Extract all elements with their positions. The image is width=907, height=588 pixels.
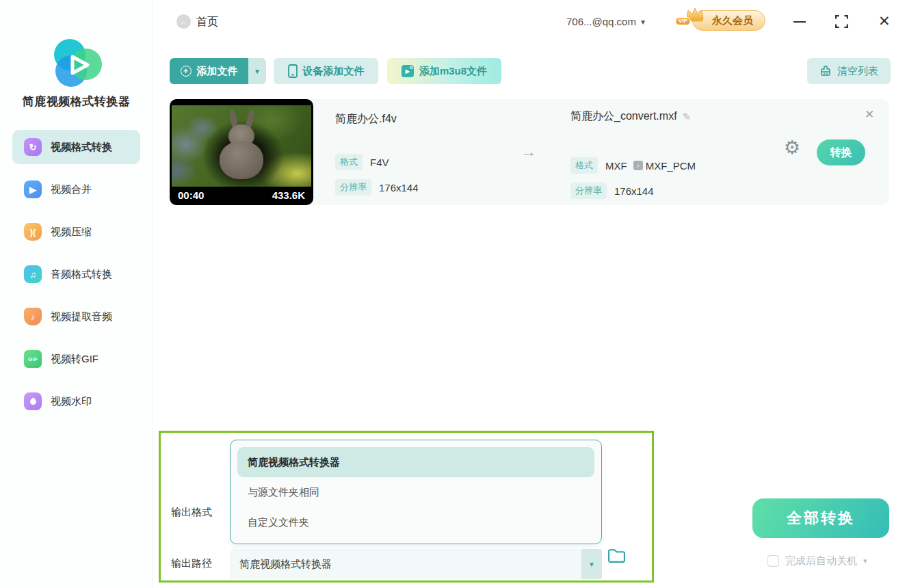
- target-format-value: MXF: [605, 160, 627, 172]
- folder-icon: [607, 547, 626, 564]
- video-merge-icon: ▶: [24, 181, 42, 198]
- convert-all-button[interactable]: 全部转换: [752, 498, 889, 538]
- sidebar-item-label: 音频格式转换: [51, 268, 112, 281]
- format-badge: 格式: [570, 157, 598, 174]
- video-thumbnail[interactable]: 00:40 433.6K: [170, 99, 313, 205]
- auto-shutdown-label: 完成后自动关机: [785, 554, 857, 567]
- edit-icon[interactable]: ✎: [683, 111, 692, 123]
- account-menu[interactable]: 706...@qq.com ▾: [566, 16, 645, 27]
- sidebar-item-label: 视频格式转换: [51, 141, 112, 154]
- output-path-select[interactable]: 简鹿视频格式转换器 ▼: [230, 549, 602, 579]
- source-format-line: 格式 F4V: [335, 154, 389, 170]
- add-file-button[interactable]: + 添加文件: [170, 58, 248, 84]
- crown-icon: VIP: [683, 5, 707, 29]
- dropdown-option-custom-folder[interactable]: 自定义文件夹: [231, 507, 601, 537]
- vip-label: 永久会员: [712, 14, 753, 27]
- minimize-button[interactable]: [791, 15, 809, 29]
- output-format-label: 输出格式: [171, 506, 212, 519]
- output-path-dropdown: 简鹿视频格式转换器 与源文件夹相同 自定义文件夹: [230, 440, 602, 544]
- close-icon: ✕: [878, 13, 891, 29]
- add-file-label: 添加文件: [197, 65, 238, 78]
- add-file-dropdown-button[interactable]: ▼: [248, 58, 266, 84]
- maximize-icon: [835, 15, 848, 28]
- video-duration: 00:40: [178, 189, 204, 201]
- sidebar-item-video-to-gif[interactable]: GIF 视频转GIF: [12, 342, 140, 376]
- sidebar: 简鹿视频格式转换器 ↻ 视频格式转换 ▶ 视频合并 )( 视频压缩 ♫ 音频格式…: [0, 0, 153, 588]
- source-filename: 简鹿办公.f4v: [335, 112, 397, 126]
- target-filename-line: 简鹿办公_convert.mxf ✎: [570, 109, 691, 124]
- add-m3u8-button[interactable]: ▶ 添加m3u8文件: [387, 58, 501, 84]
- sidebar-item-label: 视频转GIF: [51, 353, 98, 366]
- close-button[interactable]: ✕: [878, 13, 891, 29]
- file-row: 00:40 433.6K 简鹿办公.f4v 格式 F4V 分辨率 176x144…: [170, 99, 889, 205]
- video-size: 433.6K: [272, 189, 305, 201]
- video-convert-icon: ↻: [24, 138, 42, 156]
- sidebar-menu: ↻ 视频格式转换 ▶ 视频合并 )( 视频压缩 ♫ 音频格式转换 ♪ 视频提取音…: [0, 130, 153, 427]
- device-add-file-button[interactable]: 设备添加文件: [274, 58, 378, 84]
- back-icon: ←: [179, 16, 188, 27]
- target-resolution-line: 分辨率 176x144: [570, 183, 654, 199]
- app-title: 简鹿视频格式转换器: [0, 94, 153, 109]
- output-path-label: 输出路径: [171, 557, 212, 570]
- sidebar-item-video-convert[interactable]: ↻ 视频格式转换: [12, 130, 140, 164]
- sidebar-item-watermark[interactable]: 视频水印: [12, 384, 140, 418]
- m3u8-file-icon: ▶: [402, 65, 414, 77]
- source-resolution-line: 分辨率 176x144: [335, 179, 419, 196]
- account-email: 706...@qq.com: [566, 16, 636, 27]
- device-add-label: 设备添加文件: [303, 65, 365, 78]
- vip-tag: VIP: [675, 17, 691, 25]
- maximize-button[interactable]: [835, 15, 849, 29]
- gear-icon[interactable]: ⚙: [784, 139, 800, 157]
- auto-shutdown-control[interactable]: 完成后自动关机 ▾: [767, 554, 867, 567]
- sidebar-item-label: 视频水印: [51, 395, 92, 408]
- add-m3u8-label: 添加m3u8文件: [419, 65, 487, 78]
- convert-button[interactable]: 转换: [817, 139, 865, 165]
- caret-down-icon: ▼: [254, 68, 261, 75]
- auto-shutdown-checkbox[interactable]: [767, 555, 779, 567]
- vip-badge[interactable]: VIP 永久会员: [692, 10, 765, 31]
- resolution-badge: 分辨率: [570, 183, 607, 199]
- target-codec-value: MXF_PCM: [646, 160, 696, 172]
- thumbnail-image: [172, 105, 311, 187]
- clear-list-label: 清空列表: [837, 65, 878, 78]
- sidebar-item-label: 视频提取音频: [51, 310, 112, 323]
- phone-icon: [288, 64, 298, 78]
- sidebar-item-label: 视频合并: [51, 183, 92, 196]
- clear-list-button[interactable]: 清空列表: [807, 58, 891, 84]
- source-resolution-value: 176x144: [379, 182, 419, 193]
- output-path-value: 简鹿视频格式转换器: [230, 558, 332, 571]
- resolution-badge: 分辨率: [335, 179, 371, 196]
- sidebar-item-audio-convert[interactable]: ♫ 音频格式转换: [12, 257, 140, 291]
- arrow-right-icon: →: [521, 143, 536, 161]
- video-to-gif-icon: GIF: [24, 350, 42, 368]
- sidebar-item-video-compress[interactable]: )( 视频压缩: [12, 215, 140, 249]
- dropdown-option-selected[interactable]: 简鹿视频格式转换器: [237, 447, 594, 477]
- remove-file-icon[interactable]: ✕: [865, 107, 874, 122]
- broom-icon: [819, 65, 832, 77]
- back-button[interactable]: ←: [176, 14, 191, 29]
- account-caret-icon: ▾: [641, 17, 645, 27]
- extract-audio-icon: ♪: [24, 308, 42, 325]
- path-caret-icon: ▼: [581, 549, 602, 579]
- shutdown-caret-icon: ▾: [863, 557, 867, 565]
- dropdown-option-same-as-source[interactable]: 与源文件夹相同: [231, 477, 601, 507]
- target-filename: 简鹿办公_convert.mxf: [570, 109, 677, 124]
- watermark-icon: [24, 392, 42, 410]
- sidebar-item-video-merge[interactable]: ▶ 视频合并: [12, 172, 140, 206]
- target-resolution-value: 176x144: [614, 185, 654, 197]
- sidebar-item-extract-audio[interactable]: ♪ 视频提取音频: [12, 299, 140, 334]
- open-folder-button[interactable]: [607, 547, 626, 567]
- source-format-value: F4V: [370, 157, 389, 168]
- sidebar-item-label: 视频压缩: [51, 226, 92, 239]
- target-format-line: 格式 MXF ♪ MXF_PCM: [570, 157, 696, 174]
- home-label: 首页: [196, 15, 218, 29]
- convert-label: 转换: [830, 146, 852, 160]
- format-badge: 格式: [335, 154, 363, 170]
- audio-convert-icon: ♫: [24, 265, 42, 283]
- plus-icon: +: [181, 66, 192, 77]
- video-compress-icon: )(: [24, 223, 42, 241]
- convert-all-label: 全部转换: [787, 508, 855, 529]
- codec-note-icon: ♪: [633, 161, 643, 170]
- app-logo-icon: [47, 37, 107, 97]
